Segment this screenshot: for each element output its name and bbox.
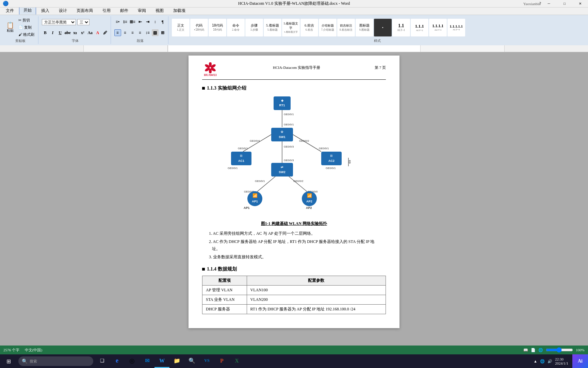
config-table: 配置项 配置参数 AP 管理 VLAN VLAN100 STA 业务 VLAN … — [202, 276, 386, 314]
word-app[interactable]: W — [154, 354, 169, 368]
table-cell-ap-vlan-label: AP 管理 VLAN — [202, 286, 247, 295]
svg-text:RT1: RT1 — [279, 104, 285, 107]
copy-button[interactable]: 📄 复制 — [17, 24, 36, 31]
sort-button[interactable]: ↕ — [152, 19, 159, 26]
task-view-button[interactable]: ❑ — [95, 354, 110, 368]
styles-group: 正文1.正文 代码∙10代码 10代码10代码 命令2.命令 步骤3.步骤 5.… — [170, 16, 585, 44]
style-command[interactable]: 命令2.命令 — [227, 19, 245, 36]
show-marks-button[interactable]: ¶ — [159, 19, 166, 26]
style-normal[interactable]: 正文1.正文 — [172, 19, 190, 36]
read-view-icon[interactable]: 📖 — [523, 348, 528, 352]
style-code[interactable]: 代码∙10代码 — [190, 19, 208, 36]
bullet-icon-2 — [202, 268, 205, 271]
svg-text:AP1: AP1 — [244, 206, 250, 210]
zoom-slider[interactable] — [546, 348, 573, 352]
start-button[interactable]: ⊞ — [0, 354, 17, 368]
align-right-button[interactable]: ≡ — [129, 29, 136, 36]
tab-references[interactable]: 引用 — [98, 6, 115, 15]
font-size-select[interactable]: 三号 小四 12 — [77, 19, 89, 25]
numbered-list-button[interactable]: 1≡ — [122, 19, 129, 26]
justify-button[interactable]: ≡ — [137, 29, 144, 36]
style-h1[interactable]: 1.1ALT+1 — [392, 19, 410, 36]
document-area[interactable]: HUAWEI HCIA-Datacom 实验指导手册 第 7 页 1.1.3 实… — [84, 52, 504, 358]
border-button[interactable]: ⊞ — [159, 29, 166, 36]
minimize-button[interactable]: ─ — [541, 0, 557, 7]
style-step[interactable]: 步骤3.步骤 — [245, 19, 263, 36]
taskbar: ⊞ 🔍 搜索 ❑ e ◎ ✉ W 📁 🔍 VS P X ▲ 🌐 🔊 22:302… — [0, 354, 588, 368]
strikethrough-button[interactable]: abc — [64, 29, 71, 36]
close-button[interactable]: ✕ — [572, 0, 588, 7]
window-controls: ─ □ ✕ — [541, 0, 588, 7]
style-code2[interactable]: 10代码10代码 — [209, 19, 226, 36]
font-label: 字体 — [42, 38, 109, 43]
style-figure[interactable]: 图标题9.图标题 — [356, 19, 373, 36]
page-number: 第 7 页 — [375, 62, 386, 70]
svg-rect-7 — [274, 96, 291, 110]
bold-button[interactable]: B — [42, 29, 49, 36]
svg-text:GE0/0/1: GE0/0/1 — [238, 147, 248, 150]
align-left-button[interactable]: ≡ — [114, 29, 121, 36]
excel-app[interactable]: X — [229, 354, 244, 368]
clear-format-button[interactable]: Aa — [87, 29, 94, 36]
line-spacing-button[interactable]: ↕≡ — [144, 29, 151, 36]
network-icon[interactable]: 🌐 — [540, 359, 545, 364]
taskbar-search[interactable]: 🔍 搜索 — [18, 356, 93, 366]
highlight-button[interactable]: 🖊 — [102, 29, 109, 36]
tab-review[interactable]: 审阅 — [133, 6, 150, 15]
font-group: 方正兰亭黑简 三号 小四 12 B I U abc x₂ x² Aa A 🖊 字… — [40, 16, 111, 44]
paste-button[interactable]: 📋 粘贴 — [5, 21, 16, 34]
style-h4[interactable]: 1.1.1.1.1ALT+4 — [447, 19, 465, 36]
outlook-app[interactable]: ✉ — [140, 354, 154, 368]
paste-icon: 📋 — [6, 22, 14, 28]
style-intro[interactable]: 介绍标题7.介绍标题 — [319, 19, 337, 36]
file-explorer-app[interactable]: 📁 — [169, 354, 184, 368]
tab-layout[interactable]: 页面布局 — [72, 6, 97, 15]
style-h2[interactable]: 1.1.1ALT+2 — [411, 19, 428, 36]
volume-icon[interactable]: 🔊 — [548, 359, 552, 364]
style-highlight[interactable]: 5.着标题5.着标题 — [264, 19, 281, 36]
bullet-list-button[interactable]: ≡• — [114, 19, 121, 26]
chrome-app[interactable]: ◎ — [125, 354, 140, 368]
style-highlight-text[interactable]: 5.着标题文字5.着标题文字 — [282, 19, 300, 36]
section-1-1-3-list: 1. AC 采用旁挂组网方式，AC 与 AP 处于同一个二层网络。 2. AC … — [209, 230, 386, 261]
vscode-app[interactable]: VS — [199, 354, 214, 368]
svg-text:✿: ✿ — [281, 130, 283, 134]
tab-addins[interactable]: 加载项 — [169, 6, 190, 15]
style-h3[interactable]: 1.1.1.1ALT+3 — [429, 19, 447, 36]
edge-app[interactable]: e — [110, 354, 125, 368]
print-view-icon[interactable]: 📄 — [531, 348, 536, 352]
tray-icons[interactable]: ▲ — [534, 359, 537, 363]
powerpoint-app[interactable]: P — [214, 354, 229, 368]
align-center-button[interactable]: ≡ — [122, 29, 129, 36]
svg-line-19 — [293, 135, 321, 152]
tab-design[interactable]: 设计 — [54, 6, 71, 15]
font-family-select[interactable]: 方正兰亭黑简 — [42, 19, 76, 25]
style-black[interactable]: ▪ — [374, 19, 392, 36]
web-view-icon[interactable]: 🌐 — [538, 348, 543, 352]
svg-text:GE0/0/1: GE0/0/1 — [284, 113, 294, 116]
ai-badge[interactable]: Ai — [572, 354, 588, 368]
shading-button[interactable]: ▧ — [152, 29, 159, 36]
style-preface[interactable]: 6.前吉6.前吉 — [300, 19, 318, 36]
italic-button[interactable]: I — [49, 29, 56, 36]
increase-indent-button[interactable]: ⇥ — [144, 19, 151, 26]
tab-insert[interactable]: 插入 — [37, 6, 54, 15]
decrease-indent-button[interactable]: ⇤ — [137, 19, 144, 26]
cut-button[interactable]: ✂ 剪切 — [17, 17, 36, 24]
diagram-caption: 图1-1 构建基础 WLAN 网络实验拓扑 — [202, 221, 386, 227]
underline-button[interactable]: U — [57, 29, 64, 36]
maximize-button[interactable]: □ — [557, 0, 572, 7]
search-app[interactable]: 🔍 — [184, 354, 199, 368]
tab-file[interactable]: 文件 — [1, 6, 18, 15]
tab-mailings[interactable]: 邮件 — [116, 6, 133, 15]
superscript-button[interactable]: x² — [79, 29, 86, 36]
task-view-icon: ❑ — [100, 358, 104, 364]
svg-text:SW2: SW2 — [279, 170, 285, 174]
tab-view[interactable]: 视图 — [151, 6, 168, 15]
style-preface-note[interactable]: 前吉标注8.前吉标注 — [337, 19, 355, 36]
font-color-button[interactable]: A — [94, 29, 101, 36]
multilevel-list-button[interactable]: ⊞≡ — [129, 19, 136, 26]
svg-line-36 — [255, 177, 275, 194]
subscript-button[interactable]: x₂ — [72, 29, 79, 36]
format-painter-button[interactable]: 🖌 格式刷 — [17, 31, 36, 38]
